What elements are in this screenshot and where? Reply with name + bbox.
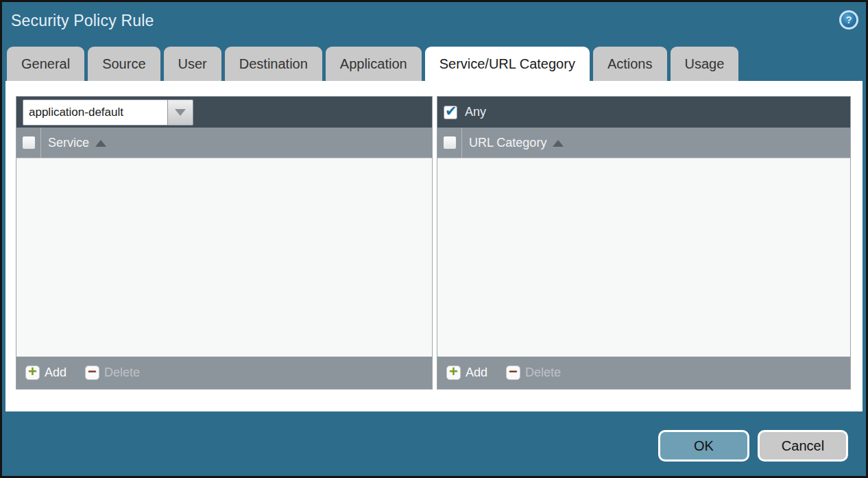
tab-user[interactable]: User — [164, 47, 221, 81]
tab-bar: General Source User Destination Applicat… — [7, 47, 738, 81]
service-list — [16, 158, 432, 357]
service-type-dropdown-button[interactable] — [168, 99, 193, 126]
url-category-select-all-checkbox[interactable]: ✔ — [443, 136, 457, 150]
service-toolbar — [16, 97, 432, 128]
ok-button[interactable]: OK — [658, 430, 749, 462]
url-category-add-button[interactable]: + Add — [446, 366, 487, 380]
service-select-all-cell: ✔ — [16, 128, 41, 158]
service-grid-header: ✔ Service — [16, 128, 432, 158]
url-category-column-label: URL Category — [469, 136, 546, 150]
tab-actions[interactable]: Actions — [593, 47, 667, 81]
url-category-panel: ✔ Any ✔ URL Category + Add − Delete — [437, 96, 851, 390]
service-type-dropdown — [23, 99, 193, 126]
service-delete-label: Delete — [104, 366, 140, 380]
dialog-title: Security Policy Rule — [11, 12, 154, 30]
add-icon: + — [25, 366, 40, 380]
tab-general[interactable]: General — [7, 47, 84, 81]
service-footer: + Add − Delete — [16, 357, 432, 389]
service-column-header[interactable]: Service — [48, 136, 106, 150]
any-label: Any — [465, 105, 486, 119]
sort-ascending-icon — [95, 140, 106, 147]
security-policy-rule-dialog: Security Policy Rule ? General Source Us… — [0, 0, 868, 478]
url-category-toolbar: ✔ Any — [437, 97, 850, 128]
service-type-input[interactable] — [23, 99, 168, 126]
url-category-delete-button[interactable]: − Delete — [506, 366, 561, 380]
url-category-list — [437, 158, 850, 357]
url-category-delete-label: Delete — [525, 366, 561, 380]
service-column-label: Service — [48, 136, 89, 150]
add-icon: + — [446, 366, 461, 380]
tab-destination[interactable]: Destination — [225, 47, 322, 81]
any-checkbox[interactable]: ✔ — [444, 106, 457, 119]
tab-application[interactable]: Application — [326, 47, 422, 81]
service-panel: ✔ Service + Add − Delete — [16, 96, 433, 390]
help-icon[interactable]: ? — [839, 10, 858, 29]
service-select-all-checkbox[interactable]: ✔ — [22, 136, 36, 150]
chevron-down-icon — [175, 109, 186, 116]
tab-source[interactable]: Source — [88, 47, 160, 81]
url-category-footer: + Add − Delete — [437, 357, 850, 389]
url-category-add-label: Add — [466, 366, 487, 380]
tab-usage[interactable]: Usage — [671, 47, 739, 81]
url-category-select-all-cell: ✔ — [437, 128, 462, 158]
service-delete-button[interactable]: − Delete — [85, 366, 140, 380]
cancel-button[interactable]: Cancel — [758, 430, 848, 462]
url-category-column-header[interactable]: URL Category — [469, 136, 564, 150]
sort-ascending-icon — [553, 140, 564, 147]
delete-icon: − — [85, 366, 99, 380]
delete-icon: − — [506, 366, 520, 380]
service-add-label: Add — [45, 366, 67, 380]
service-add-button[interactable]: + Add — [25, 366, 67, 380]
url-category-grid-header: ✔ URL Category — [437, 128, 850, 158]
tab-service-url-category[interactable]: Service/URL Category — [425, 47, 590, 81]
